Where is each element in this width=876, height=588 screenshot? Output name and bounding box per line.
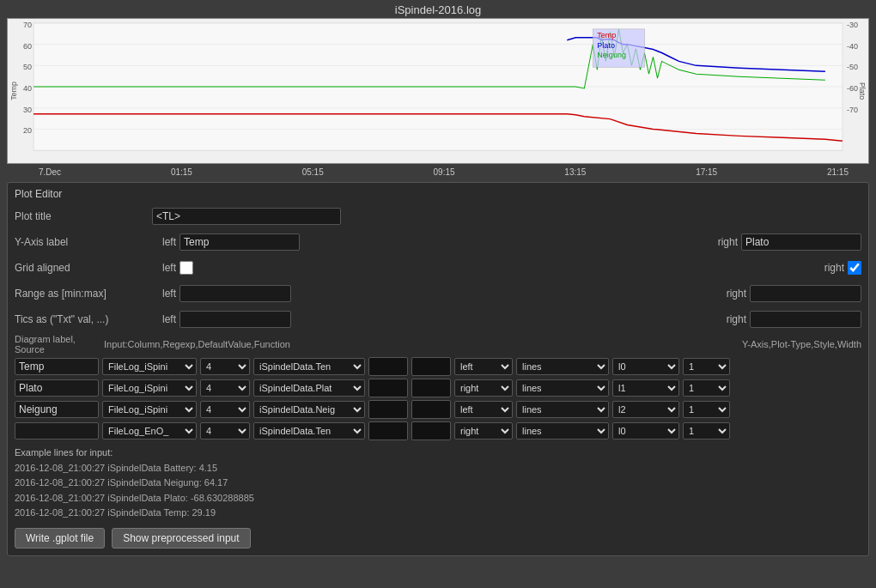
diag-header-label: Diagram label, Source <box>15 334 100 355</box>
diagram-row-0: FileLog_iSpini 4 iSpindelData.Ten left r… <box>15 357 861 376</box>
bottom-buttons: Write .gplot file Show preprocessed inpu… <box>15 528 861 549</box>
plot-editor: Plot Editor Plot title Y-Axis label left… <box>7 182 869 556</box>
svg-text:Plato: Plato <box>597 41 615 50</box>
diag-width-0[interactable]: 1 <box>683 358 730 375</box>
diag-func-2[interactable]: iSpindelData.Neig <box>253 401 365 418</box>
yaxis-label: Y-Axis label <box>15 236 152 248</box>
svg-text:50: 50 <box>23 63 32 71</box>
grid-right-checkbox[interactable] <box>848 261 861 275</box>
diag-source-2[interactable]: FileLog_iSpini <box>102 401 197 418</box>
diag-width-1[interactable]: 1 <box>683 379 730 397</box>
diag-plottype-3[interactable]: lines <box>516 422 609 439</box>
grid-aligned-row: Grid aligned left right <box>15 257 861 279</box>
tics-label: Tics as ("Txt" val, ...) <box>15 313 152 325</box>
range-left-label: left <box>152 288 179 300</box>
diag-col-3[interactable]: 4 <box>200 422 250 439</box>
diag-func-0[interactable]: iSpindelData.Ten <box>253 358 365 375</box>
diag-plottype-2[interactable]: lines <box>516 401 609 418</box>
diag-width-3[interactable]: 1 <box>683 422 730 439</box>
show-preprocessed-button[interactable]: Show preprocessed input <box>112 528 250 549</box>
grid-left-label: left <box>152 262 179 274</box>
svg-text:Plato: Plato <box>858 82 867 100</box>
diagram-row-2: FileLog_iSpini 4 iSpindelData.Neig left … <box>15 400 861 419</box>
plot-editor-title: Plot Editor <box>15 188 861 200</box>
diag-axis-3[interactable]: left right <box>454 422 513 439</box>
range-right-input[interactable] <box>750 285 861 302</box>
svg-text:20: 20 <box>23 126 32 135</box>
plot-title-input[interactable] <box>152 208 341 225</box>
chart-x-labels: 7.Dec 01:15 05:15 09:15 13:15 17:15 21:1… <box>39 167 849 177</box>
yaxis-left-input[interactable] <box>179 233 300 251</box>
tics-right-input[interactable] <box>750 311 861 328</box>
diagram-row-3: FileLog_EnO_ 4 iSpindelData.Ten left rig… <box>15 421 861 440</box>
diag-color1-0[interactable] <box>368 357 408 376</box>
x-label-1: 01:15 <box>171 167 192 177</box>
diag-header-source: Input:Column,Regexp,DefaultValue,Functio… <box>104 339 742 349</box>
svg-text:-50: -50 <box>847 63 858 71</box>
tics-left-label: left <box>152 313 179 325</box>
plot-title-row: Plot title <box>15 205 861 227</box>
diag-plottype-1[interactable]: lines <box>516 379 609 397</box>
yaxis-right-input[interactable] <box>741 233 861 251</box>
plot-title-label: Plot title <box>15 210 152 222</box>
svg-text:Neigung: Neigung <box>597 52 626 60</box>
diag-func-3[interactable]: iSpindelData.Ten <box>253 422 365 439</box>
write-gplot-button[interactable]: Write .gplot file <box>15 528 105 549</box>
diag-axis-1[interactable]: left right <box>454 379 513 397</box>
diag-label-2[interactable] <box>15 401 99 418</box>
x-label-2: 05:15 <box>302 167 324 177</box>
diag-color2-3[interactable] <box>411 421 451 440</box>
diag-source-1[interactable]: FileLog_iSpini <box>102 379 197 397</box>
diag-color1-2[interactable] <box>368 400 408 419</box>
svg-text:60: 60 <box>23 42 32 51</box>
svg-text:Temp: Temp <box>9 82 18 100</box>
diag-label-3[interactable] <box>15 422 99 439</box>
example-section: Example lines for input: 2016-12-08_21:0… <box>15 446 861 521</box>
tics-row: Tics as ("Txt" val, ...) left right <box>15 308 861 330</box>
diag-color2-2[interactable] <box>411 400 451 419</box>
x-label-3: 09:15 <box>434 167 455 177</box>
svg-text:Temp: Temp <box>597 31 616 39</box>
diag-style-2[interactable]: l0 l1 l2 <box>612 401 679 418</box>
svg-text:-30: -30 <box>847 21 858 29</box>
x-label-5: 17:15 <box>696 167 717 177</box>
svg-text:-60: -60 <box>847 84 858 93</box>
diag-style-0[interactable]: l0 l1 l2 <box>612 358 679 375</box>
grid-aligned-label: Grid aligned <box>15 262 152 274</box>
diag-axis-0[interactable]: left right <box>454 358 513 375</box>
diag-label-1[interactable] <box>15 379 99 397</box>
diagram-header: Diagram label, Source Input:Column,Regex… <box>15 334 861 355</box>
chart-svg: 70 60 50 40 30 20 -30 -40 -50 -60 -70 Te… <box>8 19 868 163</box>
range-left-input[interactable] <box>179 285 291 302</box>
diag-source-3[interactable]: FileLog_EnO_ <box>102 422 197 439</box>
diag-source-0[interactable]: FileLog_iSpini <box>102 358 197 375</box>
diag-header-axis: Y-Axis,Plot-Type,Style,Width <box>742 339 861 349</box>
diag-color1-1[interactable] <box>368 379 408 397</box>
diag-plottype-0[interactable]: lines <box>516 358 609 375</box>
range-label: Range as [min:max] <box>15 288 152 300</box>
range-right-label: right <box>722 288 750 300</box>
grid-left-checkbox[interactable] <box>179 261 193 275</box>
svg-text:30: 30 <box>23 106 32 114</box>
x-label-4: 13:15 <box>564 167 586 177</box>
svg-text:70: 70 <box>23 21 32 29</box>
svg-text:-40: -40 <box>847 42 858 51</box>
diag-func-1[interactable]: iSpindelData.Plat <box>253 379 365 397</box>
page-title: iSpindel-2016.log <box>0 0 876 18</box>
diag-color2-1[interactable] <box>411 379 451 397</box>
diag-col-1[interactable]: 4 <box>200 379 250 397</box>
diag-label-0[interactable] <box>15 358 99 375</box>
diag-col-0[interactable]: 4 <box>200 358 250 375</box>
tics-left-input[interactable] <box>179 311 291 328</box>
x-label-0: 7.Dec <box>39 167 61 177</box>
diag-axis-2[interactable]: left right <box>454 401 513 418</box>
diag-color1-3[interactable] <box>368 421 408 440</box>
diag-col-2[interactable]: 4 <box>200 401 250 418</box>
diag-style-1[interactable]: l0 l1 l2 <box>612 379 679 397</box>
yaxis-label-row: Y-Axis label left right <box>15 231 861 253</box>
example-line-0: 2016-12-08_21:00:27 iSpindelData Battery… <box>15 461 861 476</box>
diag-color2-0[interactable] <box>411 357 451 376</box>
diag-style-3[interactable]: l0 l1 l2 <box>612 422 679 439</box>
diag-width-2[interactable]: 1 <box>683 401 730 418</box>
svg-text:40: 40 <box>23 84 32 93</box>
